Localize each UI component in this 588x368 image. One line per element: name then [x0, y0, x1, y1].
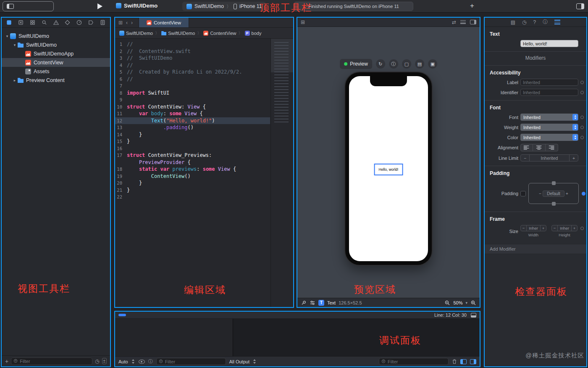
accessibility-identifier-field[interactable]: Inherited — [520, 89, 578, 96]
tree-item[interactable]: ▾SwiftUIDemo — [2, 32, 110, 40]
code-line[interactable]: 11 var body: some View { — [115, 110, 270, 117]
connector-circle[interactable] — [580, 116, 584, 119]
code-line[interactable]: 15} — [115, 138, 270, 145]
variables-filter-field[interactable]: Filter — [156, 358, 226, 365]
align-left-button[interactable] — [520, 144, 533, 151]
code-line[interactable]: 3// SwiftUIDemo — [115, 55, 270, 62]
memory-info-icon[interactable]: ⓘ — [148, 358, 153, 365]
info-inspector-icon[interactable]: ⓘ — [543, 19, 548, 26]
connector-circle[interactable] — [580, 227, 584, 230]
tree-item[interactable]: Assets — [2, 67, 110, 76]
line-limit-minus-button[interactable]: − — [521, 155, 529, 161]
code-line[interactable]: 22 — [115, 193, 270, 201]
disclosure-icon[interactable]: ▾ — [4, 34, 10, 38]
accessibility-label-field[interactable]: Inherited — [520, 79, 578, 86]
code-line[interactable]: 9 — [115, 96, 270, 103]
connector-circle[interactable] — [580, 136, 584, 139]
report-navigator-icon[interactable] — [100, 19, 106, 26]
zoom-level[interactable]: 50% — [453, 300, 462, 305]
quick-help-icon[interactable]: ? — [533, 19, 536, 25]
preview-chip[interactable]: Preview — [340, 59, 372, 69]
padding-bottom-handle[interactable] — [552, 202, 556, 206]
code-line[interactable]: 19 ContentView() — [115, 173, 270, 180]
breadcrumb-item[interactable]: Pbody — [245, 31, 262, 36]
variables-view[interactable] — [115, 319, 233, 356]
source-control-icon[interactable] — [18, 19, 24, 26]
breadcrumb-item[interactable]: SwiftUIDemo — [161, 31, 195, 36]
align-right-button[interactable] — [546, 144, 558, 151]
color-popup[interactable]: Inherited — [520, 134, 578, 141]
code-line[interactable]: 17struct ContentView_Previews: — [115, 152, 270, 159]
tab-contentview[interactable]: ContentView — [139, 18, 189, 27]
adjust-icon[interactable] — [310, 300, 315, 306]
output-selector[interactable]: All Output — [229, 359, 249, 364]
test-navigator-icon[interactable] — [64, 19, 71, 26]
debug-drag-handle[interactable] — [118, 314, 126, 316]
code-line[interactable]: 18 static var previews: some View { — [115, 166, 270, 173]
breadcrumb-item[interactable]: ContentView — [203, 31, 236, 36]
connector-circle[interactable] — [580, 91, 584, 94]
code-line[interactable]: 10struct ContentView: View { — [115, 103, 270, 111]
code-line[interactable]: 4// — [115, 62, 270, 69]
tree-item[interactable]: ▾SwiftUIDemo — [2, 40, 110, 49]
selectable-mode-icon[interactable]: ▢ — [402, 59, 411, 69]
height-minus-button[interactable]: − — [552, 225, 557, 231]
code-line[interactable]: 5// Created by Ricardo Li on 2022/9/2. — [115, 69, 270, 76]
editor-layout-icon[interactable]: ⊞ — [301, 19, 305, 25]
add-modifier-field[interactable]: Add Modifier — [485, 244, 586, 254]
code-line[interactable]: 6// — [115, 76, 270, 83]
padding-top-handle[interactable] — [552, 181, 556, 185]
code-line[interactable]: 7 — [115, 82, 270, 90]
connector-circle[interactable] — [580, 81, 584, 84]
run-destination[interactable]: iPhone 11 — [239, 3, 262, 9]
padding-plus-button[interactable]: + — [566, 191, 568, 196]
live-preview-icon[interactable]: ↻ — [376, 59, 385, 69]
code-line[interactable]: 2// ContentView.swift — [115, 48, 270, 55]
console-view[interactable] — [233, 319, 480, 356]
breadcrumb-item[interactable]: SwiftUIDemo — [119, 31, 153, 36]
padding-minus-button[interactable]: − — [539, 191, 541, 196]
scope-selector[interactable]: Auto — [118, 359, 128, 364]
debug-navigator-icon[interactable] — [76, 19, 82, 26]
navigator-toggle-icon[interactable] — [7, 4, 14, 9]
tree-item[interactable]: SwiftUIDemoApp — [2, 49, 110, 58]
tree-item[interactable]: ContentView — [2, 58, 110, 67]
tree-item[interactable]: ▸Preview Content — [2, 76, 110, 85]
code-editor[interactable]: 1//2// ContentView.swift3// SwiftUIDemo4… — [115, 39, 293, 307]
trash-icon[interactable] — [452, 359, 457, 364]
inspect-preview-icon[interactable]: ⓘ — [389, 59, 398, 69]
padding-connector-dot[interactable] — [582, 192, 585, 196]
line-limit-plus-button[interactable]: + — [570, 155, 578, 161]
list-icon[interactable] — [460, 20, 466, 24]
code-line[interactable]: 1// — [115, 41, 270, 48]
add-item-icon[interactable]: + — [5, 358, 8, 365]
navigator-filter-field[interactable]: Filter — [11, 357, 92, 365]
code-line[interactable]: 12 Text("Hello, world!") — [115, 117, 270, 124]
minimap[interactable] — [270, 39, 293, 307]
canvas-panel-icon[interactable] — [470, 20, 476, 24]
source-control-status-icon[interactable]: ± — [102, 358, 107, 364]
width-minus-button[interactable]: − — [521, 225, 526, 231]
align-center-button[interactable] — [533, 144, 546, 151]
duplicate-preview-icon[interactable]: ▣ — [428, 59, 437, 69]
inspector-toggle-icon[interactable] — [576, 3, 584, 9]
forward-icon[interactable]: › — [131, 20, 133, 26]
code-line[interactable]: 20 } — [115, 180, 270, 187]
console-filter-field[interactable]: Filter — [379, 358, 449, 365]
find-navigator-icon[interactable] — [41, 19, 47, 26]
attributes-inspector-icon[interactable] — [554, 20, 560, 24]
code-line[interactable]: 8import SwiftUI — [115, 90, 270, 97]
device-settings-icon[interactable]: ▤ — [415, 59, 424, 69]
pin-icon[interactable] — [301, 300, 307, 306]
symbol-navigator-icon[interactable] — [29, 19, 36, 26]
code-line[interactable]: 16 — [115, 145, 270, 152]
related-items-icon[interactable]: ⊞ — [118, 20, 123, 26]
font-popup[interactable]: Inherited — [520, 114, 578, 121]
selected-text-view[interactable]: Hello, world! — [374, 164, 403, 175]
recent-files-icon[interactable]: ◷ — [95, 358, 99, 364]
history-inspector-icon[interactable]: ◷ — [522, 19, 526, 25]
padding-checkbox[interactable] — [520, 191, 526, 196]
show-variables-view-icon[interactable] — [460, 359, 467, 364]
run-button[interactable] — [97, 3, 102, 9]
disclosure-icon[interactable]: ▸ — [12, 78, 18, 82]
